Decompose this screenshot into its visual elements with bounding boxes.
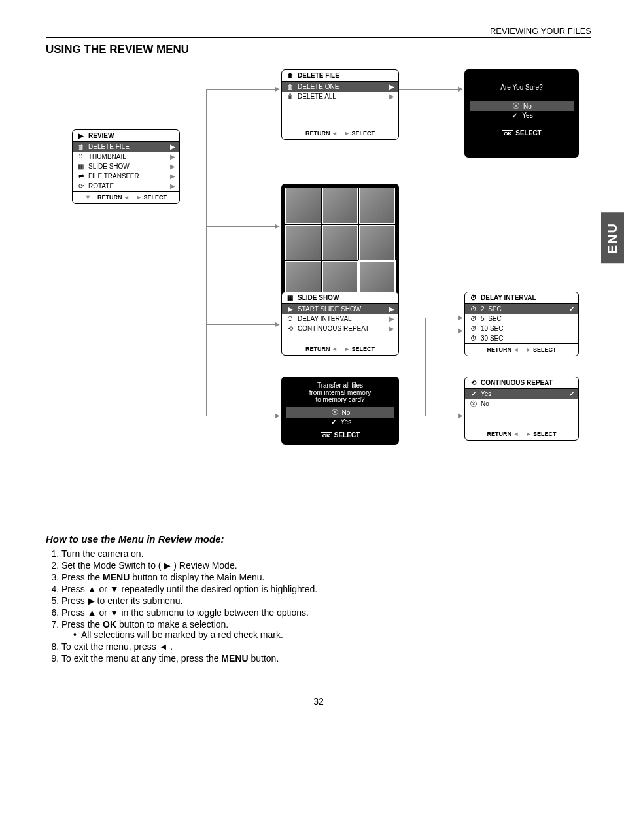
thumbnail-cell[interactable]: [285, 188, 321, 224]
howto-step: To exit the menu at any time, press the …: [61, 653, 591, 664]
thumbnail-cell[interactable]: [322, 225, 358, 261]
thumbnail-cell[interactable]: [322, 188, 358, 224]
clock-icon: ⏱: [286, 315, 294, 322]
section-title: USING THE REVIEW MENU: [46, 43, 591, 56]
thumbnail-cell[interactable]: [285, 225, 321, 261]
check-icon: ✔: [469, 390, 477, 397]
arrow-right-icon: ▶: [275, 223, 280, 229]
check-icon: ✔: [329, 418, 338, 426]
select-label: OKSELECT: [286, 431, 394, 439]
side-tab: ENU: [601, 212, 624, 263]
howto-step: Press the MENU button to display the Mai…: [61, 572, 591, 582]
confirm-prompt: Are You Sure?: [470, 84, 574, 91]
menu-diagram: ▶ REVIEW 🗑DELETE FILE▶ ⠿THUMBNAIL▶ ▦SLID…: [65, 69, 591, 514]
x-icon: ⓧ: [511, 101, 521, 110]
x-icon: ⓧ: [469, 400, 477, 407]
slideshow-icon: ▦: [77, 163, 85, 170]
chevron-right-icon: ▶: [389, 325, 394, 332]
menu-item[interactable]: ⏱30 SEC: [465, 333, 578, 343]
rotate-icon: ⟳: [77, 182, 85, 190]
chevron-right-icon: ▶: [170, 163, 175, 170]
menu-item[interactable]: ⏱10 SEC: [465, 324, 578, 333]
x-icon: ⓧ: [330, 408, 339, 417]
chevron-right-icon: ▶: [170, 153, 175, 160]
howto-step: Press the OK button to make a selection.…: [61, 619, 591, 640]
clock-icon: ⏱: [469, 294, 477, 301]
menu-item[interactable]: ⏱5 SEC: [465, 314, 578, 324]
arrow-right-icon: ▶: [275, 86, 280, 92]
menu-item[interactable]: ✔Yes✔: [465, 389, 578, 399]
menu-item[interactable]: ⏱2 SEC✔: [465, 304, 578, 314]
slideshow-icon: ▦: [286, 294, 294, 301]
panel-repeat: ⟲CONTINUOUS REPEAT ✔Yes✔ ⓧNo RETURNSELEC…: [464, 377, 579, 441]
thumbnail-cell[interactable]: [359, 225, 395, 261]
menu-item[interactable]: 🗑DELETE ALL▶: [282, 92, 398, 101]
arrow-right-icon: ▶: [458, 86, 463, 92]
option-no[interactable]: ⓧNo: [470, 101, 574, 111]
menu-item[interactable]: ⟳ROTATE▶: [73, 181, 179, 191]
chevron-right-icon: ▶: [170, 143, 175, 150]
chevron-right-icon: ▶: [170, 173, 175, 180]
panel-footer: ▼ RETURN SELECT: [73, 191, 179, 203]
clock-icon: ⏱: [469, 335, 477, 342]
page-number: 32: [46, 696, 591, 707]
howto-steps: Turn the camera on. Set the Mode Switch …: [46, 548, 591, 664]
menu-item[interactable]: ⇄FILE TRANSFER▶: [73, 171, 179, 181]
clock-icon: ⏱: [469, 305, 477, 312]
chevron-right-icon: ▶: [389, 83, 394, 90]
chevron-right-icon: ▶: [170, 182, 175, 190]
menu-item[interactable]: 🗑DELETE ONE▶: [282, 82, 398, 92]
check-icon: ✔: [569, 390, 574, 397]
menu-item[interactable]: ▶START SLIDE SHOW▶: [282, 304, 398, 314]
panel-transfer: Transfer all files from internal memory …: [281, 377, 399, 445]
clock-icon: ⏱: [469, 315, 477, 322]
page-header: REVIEWING YOUR FILES: [46, 26, 591, 38]
panel-review-title: ▶ REVIEW: [73, 130, 179, 141]
ok-icon: OK: [321, 432, 332, 439]
option-yes[interactable]: ✔Yes: [470, 111, 574, 120]
chevron-right-icon: ▶: [389, 315, 394, 322]
panel-review: ▶ REVIEW 🗑DELETE FILE▶ ⠿THUMBNAIL▶ ▦SLID…: [72, 129, 180, 204]
howto-step: Press ▲ or ▼ in the submenu to toggle be…: [61, 607, 591, 618]
chevron-right-icon: ▶: [389, 93, 394, 100]
check-icon: ✔: [569, 305, 574, 312]
play-icon: ▶: [286, 305, 294, 312]
repeat-icon: ⟲: [469, 379, 477, 386]
arrow-right-icon: ▶: [458, 328, 463, 334]
howto-step: Press ▲ or ▼ repeatedly until the desire…: [61, 584, 591, 594]
menu-item[interactable]: ⏱DELAY INTERVAL▶: [282, 314, 398, 324]
arrow-right-icon: ▶: [458, 412, 463, 419]
trash-icon: 🗑: [286, 72, 294, 79]
menu-item[interactable]: ⟲CONTINUOUS REPEAT▶: [282, 324, 398, 333]
panel-delete-file: 🗑DELETE FILE 🗑DELETE ONE▶ 🗑DELETE ALL▶ R…: [281, 69, 399, 140]
chevron-right-icon: ▶: [389, 305, 394, 312]
option-no[interactable]: ⓧNo: [286, 407, 394, 418]
howto-section: How to use the Menu in Review mode: Turn…: [46, 533, 591, 664]
menu-item[interactable]: ⠿THUMBNAIL▶: [73, 152, 179, 161]
howto-step: To exit the menu, press ◄ .: [61, 641, 591, 652]
transfer-icon: ⇄: [77, 173, 85, 180]
howto-title: How to use the Menu in Review mode:: [46, 533, 591, 545]
down-icon: ▼: [85, 194, 91, 201]
check-icon: ✔: [510, 112, 519, 119]
howto-step: Turn the camera on.: [61, 548, 591, 559]
howto-substep: • All selections will be marked by a red…: [73, 630, 591, 640]
trash-one-icon: 🗑: [286, 83, 294, 90]
option-yes[interactable]: ✔Yes: [286, 418, 394, 426]
menu-item[interactable]: ⓧNo: [465, 399, 578, 409]
ok-icon: OK: [502, 130, 513, 137]
howto-step: Set the Mode Switch to ( ▶ ) Review Mode…: [61, 560, 591, 571]
arrow-right-icon: ▶: [458, 314, 463, 321]
panel-delay: ⏱DELAY INTERVAL ⏱2 SEC✔ ⏱5 SEC ⏱10 SEC ⏱…: [464, 292, 579, 356]
menu-item[interactable]: ▦SLIDE SHOW▶: [73, 161, 179, 171]
select-label: OKSELECT: [470, 129, 574, 137]
repeat-icon: ⟲: [286, 325, 294, 332]
thumbnail-cell[interactable]: [359, 188, 395, 224]
breadcrumb: REVIEWING YOUR FILES: [490, 26, 591, 36]
clock-icon: ⏱: [469, 325, 477, 332]
howto-step: Press ▶ to enter its submenu.: [61, 596, 591, 606]
trash-icon: 🗑: [77, 143, 85, 150]
trash-all-icon: 🗑: [286, 93, 294, 100]
panel-slideshow: ▦SLIDE SHOW ▶START SLIDE SHOW▶ ⏱DELAY IN…: [281, 292, 399, 356]
menu-item[interactable]: 🗑DELETE FILE▶: [73, 142, 179, 152]
